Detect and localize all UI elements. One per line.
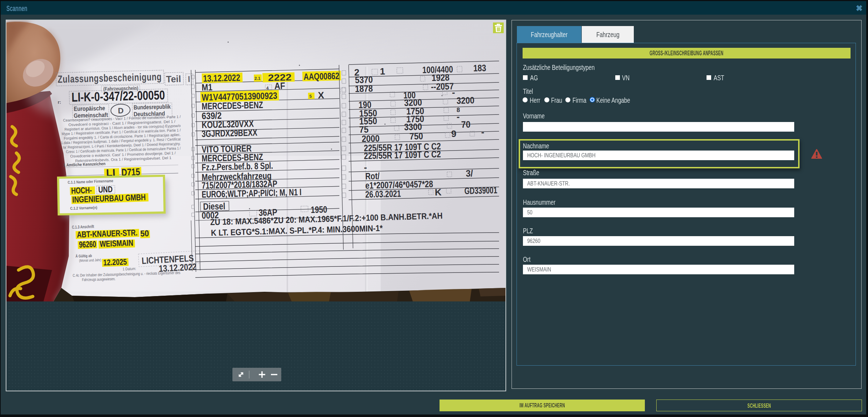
- svg-text:50: 50: [140, 228, 149, 238]
- svg-text:1950: 1950: [310, 204, 327, 215]
- svg-text:K: K: [435, 187, 442, 198]
- svg-text:-: -: [481, 127, 484, 137]
- svg-text:26.03.2021: 26.03.2021: [365, 188, 401, 200]
- svg-text:750: 750: [409, 131, 423, 142]
- svg-text:70: 70: [461, 119, 471, 130]
- svg-text:GD339001: GD339001: [464, 185, 497, 196]
- svg-text:225/55R 17 109T C C2: 225/55R 17 109T C C2: [364, 149, 441, 161]
- svg-text:r:: r:: [58, 100, 61, 105]
- svg-text:M1: M1: [201, 82, 212, 93]
- svg-text:183: 183: [473, 62, 486, 73]
- svg-text:12.2025: 12.2025: [103, 257, 127, 267]
- svg-text:96260: 96260: [79, 239, 96, 249]
- svg-text:Bundesrepublik: Bundesrepublik: [134, 103, 171, 111]
- svg-text:2.1: 2.1: [255, 76, 261, 81]
- svg-text:1878: 1878: [355, 83, 373, 94]
- svg-text:AAQ00862: AAQ00862: [303, 71, 339, 82]
- svg-text:Fahrzeugs ausgewiesen.: Fahrzeugs ausgewiesen.: [82, 277, 115, 282]
- svg-text:3/: 3/: [466, 168, 473, 179]
- svg-text:5: 5: [309, 94, 312, 99]
- svg-text:-: -: [456, 111, 459, 122]
- svg-text:9: 9: [451, 128, 456, 139]
- svg-text:I: I: [188, 74, 190, 84]
- svg-text:Teil: Teil: [166, 73, 181, 85]
- svg-text:3200: 3200: [456, 95, 474, 106]
- svg-text:4: 4: [266, 86, 269, 91]
- svg-text:AF: AF: [274, 80, 285, 91]
- svg-text:WEISMAIN: WEISMAIN: [99, 238, 133, 249]
- svg-text:Ä Gültig ab: Ä Gültig ab: [76, 253, 92, 258]
- svg-text:-: -: [452, 87, 455, 98]
- svg-text:D: D: [118, 106, 124, 115]
- svg-text:MERCEDES-BENZ: MERCEDES-BENZ: [201, 100, 263, 112]
- svg-text:Europäische: Europäische: [74, 105, 105, 112]
- svg-text:1 Datum:: 1 Datum:: [123, 266, 136, 271]
- svg-text:(Monat und Jahr): (Monat und Jahr): [79, 258, 101, 263]
- svg-text:C.1.3 Anschrift: C.1.3 Anschrift: [72, 224, 94, 230]
- svg-text:1: 1: [380, 66, 385, 77]
- svg-text:X: X: [318, 90, 324, 101]
- svg-text:3GJRDX29BEXX: 3GJRDX29BEXX: [201, 127, 257, 139]
